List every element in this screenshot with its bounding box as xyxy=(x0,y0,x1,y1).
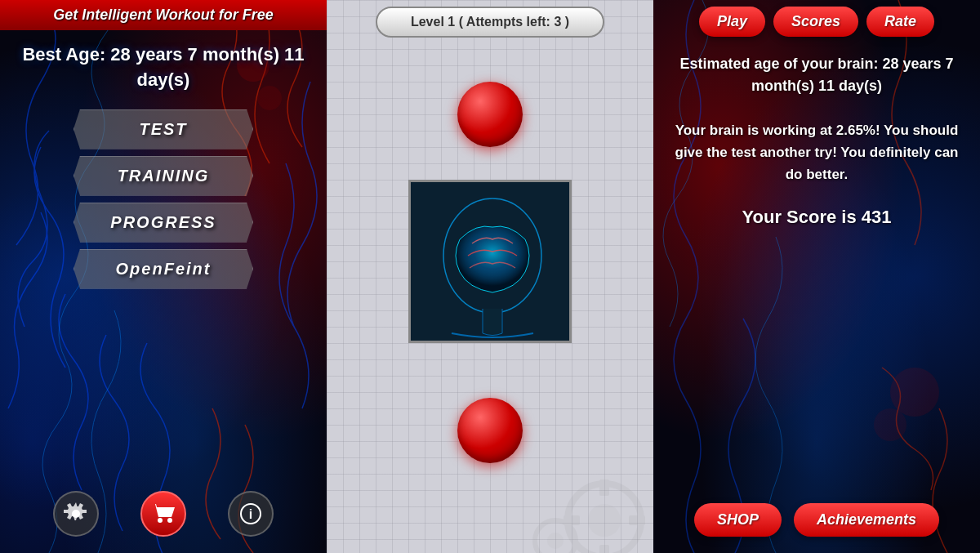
gear-icon xyxy=(63,501,89,527)
shop-button[interactable]: SHOP xyxy=(694,503,782,537)
rate-button[interactable]: Rate xyxy=(866,7,934,37)
training-button[interactable]: TRAINING xyxy=(74,156,253,196)
red-ball-top xyxy=(457,82,523,147)
cart-button[interactable] xyxy=(140,491,186,537)
score-text: Your Score is 431 xyxy=(653,198,980,236)
progress-button[interactable]: PROGRESS xyxy=(74,203,253,243)
brain-image xyxy=(408,180,572,343)
info-icon: i xyxy=(239,502,262,525)
scores-button[interactable]: Scores xyxy=(773,7,858,37)
svg-point-4 xyxy=(167,518,172,523)
svg-point-10 xyxy=(588,504,621,537)
right-panel: Play Scores Rate Estimated age of your b… xyxy=(653,0,980,553)
left-panel: Get Intelligent Workout for Free Best Ag… xyxy=(0,0,327,553)
bottom-icons: i xyxy=(0,491,327,537)
red-ball-bottom xyxy=(457,398,523,463)
menu-buttons: TEST TRAINING PROGRESS OpenFeint xyxy=(0,109,327,289)
test-button[interactable]: TEST xyxy=(74,109,253,149)
best-age-text: Best Age: 28 years 7 month(s) 11 day(s) xyxy=(0,42,327,93)
svg-point-3 xyxy=(158,518,163,523)
top-buttons: Play Scores Rate xyxy=(653,0,980,43)
svg-rect-11 xyxy=(599,479,609,496)
svg-point-16 xyxy=(547,533,564,549)
middle-panel: Level 1 ( Attempts left: 3 ) xyxy=(327,0,653,553)
svg-rect-12 xyxy=(599,545,609,553)
banner-text: Get Intelligent Workout for Free xyxy=(53,7,274,23)
gear-decoration xyxy=(523,422,653,553)
bottom-buttons: SHOP Achievements xyxy=(653,503,980,537)
estimated-age-text: Estimated age of your brain: 28 years 7 … xyxy=(653,43,980,107)
play-button[interactable]: Play xyxy=(699,7,765,37)
cart-icon xyxy=(150,502,176,525)
svg-rect-14 xyxy=(629,515,645,525)
openfeint-button[interactable]: OpenFeint xyxy=(74,249,253,289)
brain-visual xyxy=(411,182,569,341)
svg-text:i: i xyxy=(248,507,252,521)
settings-button[interactable] xyxy=(53,491,99,537)
brain-svg xyxy=(411,182,569,341)
level-text: Level 1 ( Attempts left: 3 ) xyxy=(411,15,569,29)
info-button[interactable]: i xyxy=(228,491,274,537)
brain-message: Your brain is working at 2.65%! You shou… xyxy=(653,107,980,198)
achievements-button[interactable]: Achievements xyxy=(794,503,939,537)
top-banner: Get Intelligent Workout for Free xyxy=(0,0,327,30)
level-bar: Level 1 ( Attempts left: 3 ) xyxy=(376,7,604,38)
